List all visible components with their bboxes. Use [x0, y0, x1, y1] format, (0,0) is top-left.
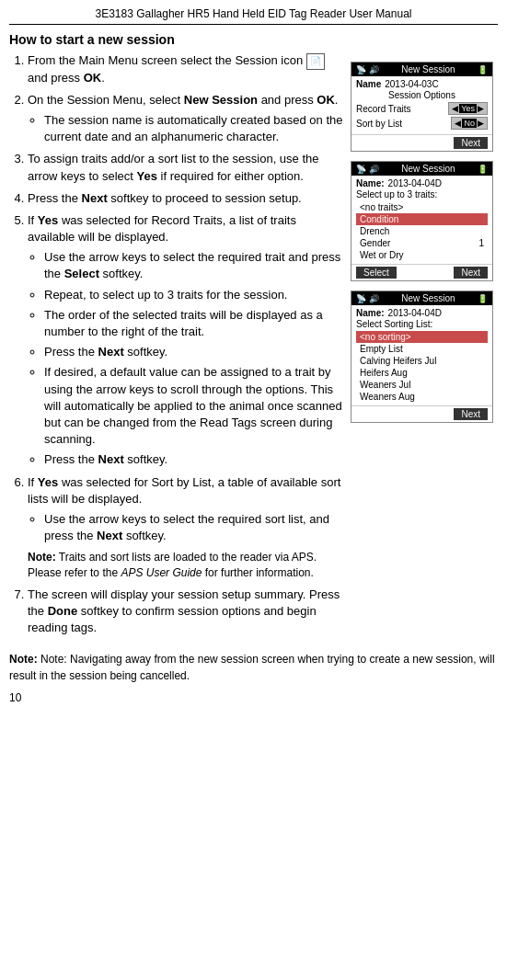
trait-list: <no traits> Condition Drench Gender1 Wet…	[356, 201, 488, 261]
screen2-title: New Session	[401, 164, 455, 174]
antenna-icon-3: 📡	[356, 294, 366, 303]
screen1-header: 📡 🔊 New Session 🔋	[351, 63, 492, 76]
step-6-note: Note: Traits and sort lists are loaded t…	[28, 550, 345, 581]
sort-weaners-aug: Weaners Aug	[356, 391, 488, 403]
battery-icon-2: 🔋	[478, 165, 488, 174]
step-2-bullet: The session name is automatically create…	[44, 112, 345, 145]
screen2-name-row: Name: 2013-04-04D	[356, 178, 488, 188]
device-screen-3: 📡 🔊 New Session 🔋 Name: 2013-04-04D Sele…	[351, 291, 493, 423]
step-2: On the Session Menu, select New Session …	[28, 92, 345, 146]
step-4: Press the Next softkey to proceed to ses…	[28, 190, 345, 207]
step-6-bullet-1: Use the arrow keys to select the require…	[44, 511, 345, 544]
screen2-body: Name: 2013-04-04D Select up to 3 traits:…	[351, 176, 492, 264]
sort-weaners-jul: Weaners Jul	[356, 379, 488, 391]
sort-by-list-btn[interactable]: ◀ No ▶	[451, 117, 488, 130]
step-5-bullet-5: If desired, a default value can be assig…	[44, 364, 345, 448]
sort-heifers-aug: Heifers Aug	[356, 367, 488, 379]
screen2-header: 📡 🔊 New Session 🔋	[351, 162, 492, 176]
screen3-select-label: Select Sorting List:	[356, 319, 488, 329]
screen1-footer: Next	[351, 134, 492, 151]
volume-icon-3: 🔊	[369, 294, 379, 303]
step-5-bullet-2: Repeat, to select up to 3 traits for the…	[44, 287, 345, 303]
bottom-note: Note: Note: Navigating away from the new…	[9, 651, 498, 684]
step-5-bullet-4: Press the Next softkey.	[44, 344, 345, 360]
battery-icon-3: 🔋	[478, 294, 488, 303]
sort-list: <no sorting> Empty List Calving Heifers …	[356, 331, 488, 403]
trait-condition: Condition	[356, 213, 488, 225]
step-7: The screen will display your session set…	[28, 587, 345, 637]
screen2-next-btn[interactable]: Next	[454, 267, 488, 279]
step-5: If Yes was selected for Record Traits, a…	[28, 212, 345, 469]
antenna-icon: 📡	[356, 65, 366, 74]
volume-icon-2: 🔊	[369, 165, 379, 174]
sort-by-list-label: Sort by List	[356, 119, 402, 129]
screen1-next-btn[interactable]: Next	[454, 137, 488, 149]
device-screen-1: 📡 🔊 New Session 🔋 Name 2013-04-03C Sessi…	[351, 62, 493, 152]
step-6: If Yes was selected for Sort by List, a …	[28, 474, 345, 581]
trait-gender: Gender1	[356, 237, 488, 249]
sort-no-sorting: <no sorting>	[356, 331, 488, 343]
screen1-title: New Session	[401, 64, 455, 74]
volume-icon: 🔊	[369, 65, 379, 74]
record-traits-label: Record Traits	[356, 104, 410, 114]
screen3-name-row: Name: 2013-04-04D	[356, 308, 488, 318]
screen1-body: Name 2013-04-03C Session Options Record …	[351, 76, 492, 134]
step-3: To assign traits add/or a sort list to t…	[28, 151, 345, 184]
screen2-select-btn[interactable]: Select	[356, 267, 397, 279]
section-heading: How to start a new session	[9, 32, 498, 47]
text-column: From the Main Menu screen select the Ses…	[9, 52, 351, 642]
screen1-name-row: Name 2013-04-03C	[356, 79, 488, 89]
screen2-select-label: Select up to 3 traits:	[356, 189, 488, 199]
trait-drench: Drench	[356, 225, 488, 237]
step-5-bullet-1: Use the arrow keys to select the require…	[44, 249, 345, 282]
page-number: 10	[9, 691, 498, 704]
step-5-bullet-3: The order of the selected traits will be…	[44, 307, 345, 340]
record-traits-btn[interactable]: ◀ Yes ▶	[448, 102, 488, 115]
step-1: From the Main Menu screen select the Ses…	[28, 52, 345, 86]
screen3-body: Name: 2013-04-04D Select Sorting List: <…	[351, 305, 492, 405]
battery-icon: 🔋	[478, 65, 488, 74]
page-title: 3E3183 Gallagher HR5 Hand Held EID Tag R…	[9, 7, 498, 25]
sort-empty-list: Empty List	[356, 343, 488, 355]
screen3-header: 📡 🔊 New Session 🔋	[351, 291, 492, 305]
trait-wet-or-dry: Wet or Dry	[356, 249, 488, 261]
screen3-footer: Next	[351, 405, 492, 422]
screen3-title: New Session	[401, 293, 455, 303]
sort-calving-heifers-jul: Calving Heifers Jul	[356, 355, 488, 367]
trait-no-traits: <no traits>	[356, 201, 488, 213]
screen3-next-btn[interactable]: Next	[454, 408, 488, 420]
screen1-record-traits-row: Record Traits ◀ Yes ▶	[356, 102, 488, 115]
screen1-session-options: Session Options	[356, 90, 488, 100]
screen2-footer: Select Next	[351, 264, 492, 280]
screenshots-column: 📡 🔊 New Session 🔋 Name 2013-04-03C Sessi…	[351, 52, 498, 642]
step-5-bullet-6: Press the Next softkey.	[44, 451, 345, 468]
screen1-sort-by-list-row: Sort by List ◀ No ▶	[356, 117, 488, 130]
device-screen-2: 📡 🔊 New Session 🔋 Name: 2013-04-04D Sele…	[351, 161, 493, 281]
antenna-icon-2: 📡	[356, 165, 366, 174]
